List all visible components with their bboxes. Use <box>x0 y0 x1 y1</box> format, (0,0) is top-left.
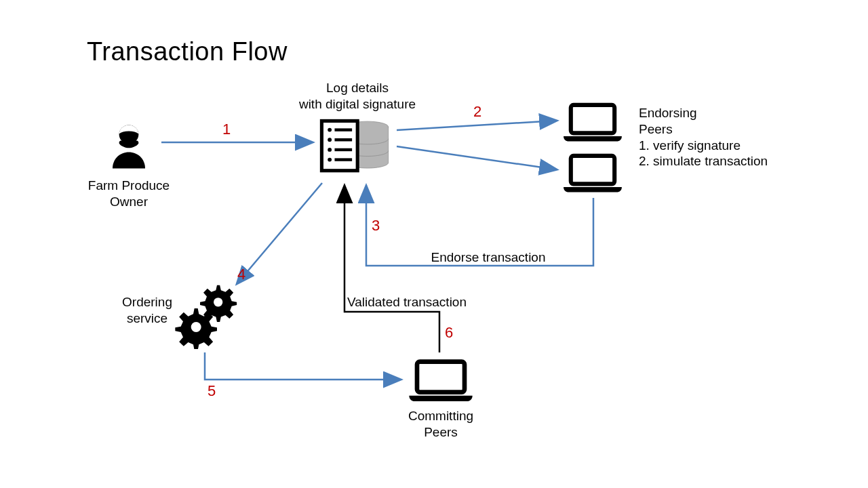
svg-point-2 <box>328 128 332 132</box>
svg-point-13 <box>191 322 201 332</box>
step-3: 3 <box>372 217 380 235</box>
log-label: Log details with digital signature <box>269 80 446 113</box>
step-5: 5 <box>208 382 216 400</box>
ordering-service-label: Ordering service <box>117 294 178 327</box>
ledger-database-icon <box>319 114 393 185</box>
svg-rect-5 <box>334 138 352 141</box>
svg-rect-11 <box>571 156 614 184</box>
svg-rect-3 <box>334 128 352 131</box>
svg-point-4 <box>328 138 332 142</box>
svg-rect-14 <box>417 362 465 392</box>
validated-edge-label: Validated transaction <box>326 294 488 310</box>
committing-peers-label: Committing Peers <box>400 408 481 441</box>
step-1: 1 <box>222 121 231 138</box>
endorsing-peers-label: Endorsing Peers 1. verify signature 2. s… <box>639 105 768 169</box>
svg-rect-7 <box>334 148 352 151</box>
svg-line-18 <box>237 183 322 283</box>
user-icon <box>102 119 156 176</box>
diagram-title: Transaction Flow <box>87 37 288 66</box>
farm-owner-label: Farm Produce Owner <box>83 178 175 210</box>
step-2: 2 <box>473 103 481 121</box>
svg-rect-9 <box>334 158 352 161</box>
endorsing-laptop-1-icon <box>561 102 624 147</box>
gears-icon <box>173 281 241 352</box>
svg-line-17 <box>397 146 556 169</box>
endorse-edge-label: Endorse transaction <box>380 249 597 266</box>
svg-rect-1 <box>321 121 357 170</box>
svg-line-16 <box>397 121 556 130</box>
step-4: 4 <box>237 266 245 283</box>
svg-point-8 <box>328 158 332 162</box>
endorsing-laptop-2-icon <box>561 152 624 198</box>
diagram-canvas: { "title": "Transaction Flow", "nodes": … <box>0 0 868 488</box>
step-6: 6 <box>445 324 453 342</box>
svg-rect-10 <box>571 105 614 133</box>
svg-point-6 <box>328 148 332 152</box>
svg-point-12 <box>214 298 222 306</box>
committing-laptop-icon <box>407 358 475 407</box>
